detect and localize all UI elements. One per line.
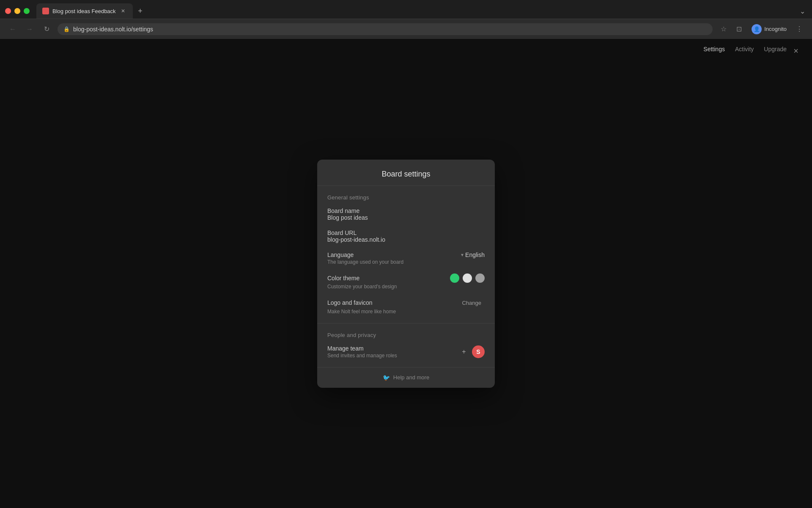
profile-label: Incognito xyxy=(764,26,787,32)
color-swatch-light-gray[interactable] xyxy=(463,273,472,283)
tab-favicon xyxy=(42,8,49,14)
window-close-button[interactable] xyxy=(5,8,11,14)
manage-team-desc: Send invites and manage roles xyxy=(327,353,397,359)
modal-footer: 🐦 Help and more xyxy=(317,367,495,388)
member-avatar[interactable]: S xyxy=(472,345,485,358)
tab-expand-button[interactable]: ⌄ xyxy=(798,6,807,17)
language-chevron-icon: ▾ xyxy=(461,252,464,258)
language-desc: The language used on your board xyxy=(327,259,485,265)
browser-chrome: Blog post ideas Feedback ✕ + ⌄ ← → ↻ 🔒 b… xyxy=(0,0,812,39)
profile-button[interactable]: 👤 Incognito xyxy=(748,22,790,36)
help-icon: 🐦 xyxy=(383,374,390,381)
color-theme-label: Color theme xyxy=(327,275,359,282)
window-maximize-button[interactable] xyxy=(24,8,30,14)
modal-header: Board settings xyxy=(317,160,495,186)
manage-team-label: Manage team xyxy=(327,345,397,352)
board-url-value[interactable]: blog-post-ideas.nolt.io xyxy=(327,236,485,243)
active-tab[interactable]: Blog post ideas Feedback ✕ xyxy=(36,3,133,19)
help-and-more-button[interactable]: Help and more xyxy=(393,374,429,381)
language-dropdown[interactable]: ▾ English xyxy=(461,251,485,258)
color-swatch-green[interactable] xyxy=(450,273,459,283)
logo-favicon-row: Logo and favicon Change Make Nolt feel m… xyxy=(327,298,485,315)
tab-bar: Blog post ideas Feedback ✕ + ⌄ xyxy=(0,0,812,19)
logo-favicon-label: Logo and favicon xyxy=(327,299,373,306)
toolbar-right: ☆ ⊡ 👤 Incognito ⋮ xyxy=(718,22,805,36)
modal-overlay: Board settings General settings Board na… xyxy=(0,39,812,508)
people-privacy-section: People and privacy Manage team Send invi… xyxy=(317,323,495,367)
back-button[interactable]: ← xyxy=(7,23,19,35)
language-row: Language ▾ English The language used on … xyxy=(327,251,485,265)
color-theme-desc: Customize your board's design xyxy=(327,284,485,290)
manage-team-info: Manage team Send invites and manage role… xyxy=(327,345,397,359)
change-logo-button[interactable]: Change xyxy=(458,298,485,308)
board-name-label: Board name xyxy=(327,207,485,214)
color-swatches xyxy=(450,273,485,283)
general-section-title: General settings xyxy=(327,194,485,201)
refresh-button[interactable]: ↻ xyxy=(41,23,52,35)
modal-title: Board settings xyxy=(327,170,485,179)
window-controls xyxy=(5,8,30,14)
logo-favicon-desc: Make Nolt feel more like home xyxy=(327,309,485,315)
manage-team-row: Manage team Send invites and manage role… xyxy=(327,345,485,359)
address-bar: ← → ↻ 🔒 blog-post-ideas.nolt.io/settings… xyxy=(0,19,812,39)
color-swatch-gray[interactable] xyxy=(475,273,485,283)
profile-icon: 👤 xyxy=(752,24,762,34)
forward-button[interactable]: → xyxy=(24,23,36,35)
board-settings-modal: Board settings General settings Board na… xyxy=(317,160,495,388)
window-minimize-button[interactable] xyxy=(14,8,20,14)
bookmark-button[interactable]: ☆ xyxy=(718,23,730,35)
board-url-row: Board URL blog-post-ideas.nolt.io xyxy=(327,229,485,243)
url-bar[interactable]: 🔒 blog-post-ideas.nolt.io/settings xyxy=(58,23,713,35)
new-tab-button[interactable]: + xyxy=(134,5,146,17)
menu-button[interactable]: ⋮ xyxy=(793,23,805,35)
general-settings-section: General settings Board name Blog post id… xyxy=(317,186,495,323)
board-url-label: Board URL xyxy=(327,229,485,236)
people-section-title: People and privacy xyxy=(327,332,485,338)
url-text: blog-post-ideas.nolt.io/settings xyxy=(73,26,707,33)
language-label: Language xyxy=(327,251,354,258)
color-theme-row: Color theme Customize your board's desig… xyxy=(327,273,485,290)
tab-close-button[interactable]: ✕ xyxy=(119,7,127,15)
board-name-value[interactable]: Blog post ideas xyxy=(327,214,485,221)
lock-icon: 🔒 xyxy=(63,26,70,32)
add-member-button[interactable]: + xyxy=(458,346,469,357)
team-actions: + S xyxy=(458,345,485,358)
sidebar-button[interactable]: ⊡ xyxy=(733,23,745,35)
modal-body: General settings Board name Blog post id… xyxy=(317,186,495,367)
board-name-row: Board name Blog post ideas xyxy=(327,207,485,221)
language-value: English xyxy=(465,251,485,258)
tab-title: Blog post ideas Feedback xyxy=(52,8,116,14)
